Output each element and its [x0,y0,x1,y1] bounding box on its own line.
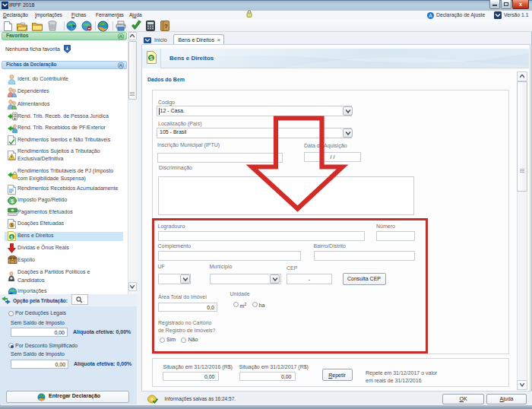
svg-text:A: A [429,12,432,17]
svg-text:$: $ [150,55,153,61]
svg-text:$: $ [11,223,13,227]
svg-text:?: ? [164,23,168,30]
svg-text:$: $ [11,197,14,204]
